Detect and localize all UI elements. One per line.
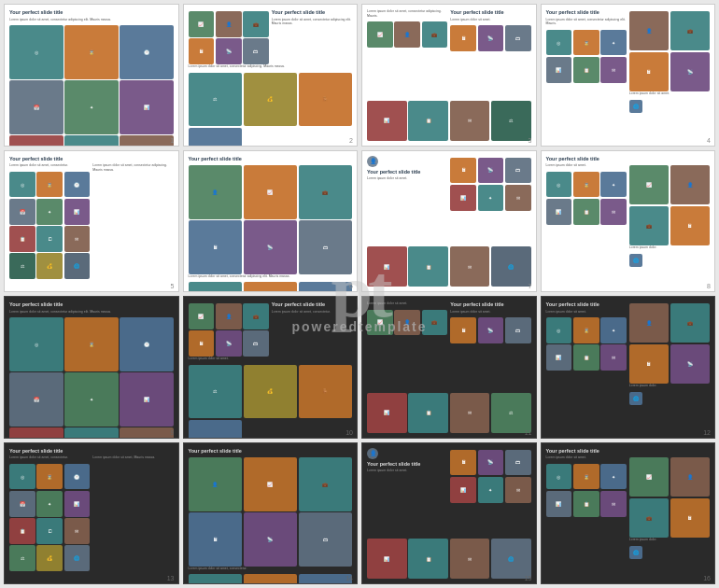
icon-box: ⚖ — [491, 393, 531, 433]
icon-box: 💼 — [422, 310, 448, 336]
slide-3-icons-left: 📈 👤 💼 — [367, 21, 447, 48]
slide-11-text-l: Lorem ipsum dolor sit amet. — [367, 301, 447, 306]
icon-box: ✦ — [64, 80, 119, 134]
icon-box: 🖩 — [450, 317, 476, 343]
icon-box: 👤 — [216, 11, 242, 37]
slide-12-title: Your perfect slide title — [546, 301, 627, 308]
slide-thumb-7[interactable]: 👤 Your perfect slide title Lorem ipsum d… — [361, 150, 537, 293]
slide-16-right: 📈 👤 💼 🖩 Lorem ipsum dolor. 🌐 — [629, 455, 710, 579]
slide-thumb-2[interactable]: 📈 👤 💼 🖩 📡 🗃 Your perfect slide title Lor… — [183, 4, 359, 147]
slide-8-title: Your perfect slide title — [546, 156, 711, 162]
icon-box: 🖩 — [629, 344, 669, 384]
slide-thumb-5[interactable]: Your perfect slide title Lorem ipsum dol… — [4, 150, 179, 293]
icon-box: 📋 — [408, 101, 448, 141]
icon-box: 💼 — [629, 206, 669, 245]
slide-2-mid-text: Lorem ipsum dolor sit amet, consectetur … — [189, 64, 353, 69]
slide-thumb-14[interactable]: Your perfect slide title 👤 📈 💼 🖩 📡 🗃 Lor… — [183, 442, 359, 585]
slide-thumb-16[interactable]: Your perfect slide title Lorem ipsum dol… — [541, 442, 716, 585]
icon-box: 👤 — [394, 21, 420, 48]
icon-box: 🗒 — [36, 226, 63, 252]
slide-15-title: Your perfect slide title — [367, 461, 447, 468]
icon-box: ⌛ — [244, 282, 298, 292]
slide-11-title: Your perfect slide title — [450, 301, 530, 308]
slide-3-number: 3 — [529, 137, 532, 144]
icon-box: ⚖ — [491, 101, 531, 141]
icon-box: 📈 — [367, 310, 393, 336]
slide-thumb-13[interactable]: Your perfect slide title Lorem ipsum dol… — [4, 442, 179, 585]
slide-10-text: Lorem ipsum dolor sit amet, consectetur. — [272, 310, 352, 315]
slide-11-left: Lorem ipsum dolor sit amet. 📈 👤 💼 — [367, 301, 447, 391]
slide-6-title: Your perfect slide title — [189, 156, 353, 162]
slide-thumb-11[interactable]: Lorem ipsum dolor sit amet. 📈 👤 💼 Your p… — [361, 296, 537, 439]
slide-11-icons-l: 📈 👤 💼 — [367, 310, 447, 336]
slide-thumb-8[interactable]: Your perfect slide title Lorem ipsum dol… — [541, 150, 716, 293]
icon-box: 👤 — [189, 165, 243, 219]
icon-box: 📋 — [573, 491, 599, 517]
icon-box: 💼 — [670, 11, 710, 50]
icon-box: 📋 — [408, 246, 448, 287]
slide-15-icons: 🖩 📡 🗃 📊 ✦ ✉ — [450, 450, 530, 503]
slide-8-right: 📈 👤 💼 🖩 Lorem ipsum dolor. 🌐 — [629, 163, 710, 287]
slide-thumb-10[interactable]: 📈 👤 💼 🖩 📡 🗃 Your perfect slide title Lor… — [183, 296, 359, 439]
slide-13-right-text: Lorem ipsum dolor sit amet, Mauris massa… — [92, 455, 173, 460]
icon-box: 🌐 — [189, 420, 243, 439]
slide-12-icons-r: 👤 💼 🖩 📡 — [629, 303, 710, 384]
slide-7-number: 7 — [529, 283, 532, 289]
slide-thumb-1[interactable]: Your perfect slide title Lorem ipsum dol… — [4, 4, 179, 147]
icon-box: 📋 — [573, 57, 599, 83]
icon-box: 🌐 — [64, 253, 91, 279]
icon-box: 📡 — [216, 38, 242, 64]
slide-16-icons-r: 📈 👤 💼 🖩 — [629, 457, 710, 538]
slide-thumb-9[interactable]: Your perfect slide title Lorem ipsum dol… — [4, 296, 179, 439]
icon-box: ✉ — [600, 344, 627, 371]
slide-1-icons: ◎ ⌛ 🕐 📅 ✦ 📊 📋 🗒 ✉ ⚖ 💰 🌐 — [9, 25, 174, 146]
icon-box: 📈 — [244, 165, 298, 219]
icon-box: ✉ — [450, 101, 490, 141]
icon-box: 📡 — [478, 450, 504, 476]
slide-8-icons-l: ◎ ⌛ ✦ 📊 📋 ✉ — [546, 172, 627, 225]
icon-box: 🖩 — [670, 206, 710, 245]
icon-box: ◎ — [189, 282, 243, 292]
slide-15-icons-bot: 📊 📋 ✉ 🌐 — [367, 539, 531, 579]
icon-box: ⚖ — [9, 545, 35, 571]
slide-12-icons-l: ◎ ⌛ ✦ 📊 📋 ✉ — [546, 317, 627, 371]
icon-box: 📊 — [64, 491, 91, 517]
icon-box: 📊 — [367, 539, 407, 579]
icon-box: 💼 — [629, 498, 669, 538]
icon-box: ✦ — [36, 491, 63, 517]
slide-3-left: Lorem ipsum dolor sit amet, consectetur … — [367, 9, 447, 99]
slide-15-left: 👤 Your perfect slide title Lorem ipsum d… — [367, 448, 447, 538]
slide-4-right-text: Lorem ipsum dolor sit amet. — [629, 91, 710, 96]
slide-7-right: 🖩 📡 🗃 📊 ✦ ✉ — [450, 156, 530, 245]
icon-box: 💰 — [36, 253, 63, 279]
icon-box: 📈 — [629, 165, 669, 204]
icon-box: 🗃 — [505, 317, 531, 343]
icon-box: ✉ — [600, 57, 627, 83]
icon-box: 🌐 — [491, 246, 531, 287]
icon-box: 🗒 — [36, 518, 63, 544]
slide-16-layout: Lorem ipsum dolor sit amet. ◎ ⌛ ✦ 📊 📋 ✉ … — [546, 455, 711, 579]
slide-2-icons-bottom: ⚖ 💰 🪑 🌐 — [189, 73, 353, 147]
slide-7-text: Lorem ipsum dolor sit amet. — [367, 176, 447, 181]
icon-box: 💼 — [299, 165, 353, 219]
slide-5-number: 5 — [171, 283, 175, 289]
slide-11-right: Your perfect slide title Lorem ipsum dol… — [450, 301, 530, 391]
slide-13-number: 13 — [167, 575, 175, 581]
icon-box: 📋 — [9, 518, 35, 544]
slide-9-number: 9 — [171, 429, 175, 436]
slide-thumb-4[interactable]: Your perfect slide title Lorem ipsum dol… — [541, 4, 716, 147]
icon-box: 💼 — [243, 11, 269, 37]
icon-box: 📋 — [9, 135, 63, 146]
slide-12-layout: Your perfect slide title Lorem ipsum dol… — [546, 301, 711, 433]
slide-10-left: 📈 👤 💼 🖩 📡 🗃 — [189, 301, 269, 357]
slide-thumb-6[interactable]: Your perfect slide title 👤 📈 💼 🖩 📡 🗃 Lor… — [183, 150, 359, 293]
slide-16-title: Your perfect slide title — [546, 448, 711, 455]
icon-box: 🪑 — [299, 73, 353, 127]
slide-thumb-3[interactable]: Lorem ipsum dolor sit amet, consectetur … — [361, 4, 537, 147]
slide-thumb-12[interactable]: Your perfect slide title Lorem ipsum dol… — [541, 296, 716, 439]
slide-thumb-15[interactable]: 👤 Your perfect slide title Lorem ipsum d… — [361, 442, 537, 585]
icon-box: ✉ — [600, 491, 627, 517]
icon-box: 📅 — [9, 199, 35, 225]
icon-box: ◎ — [9, 317, 63, 371]
slide-10-icons-bot: ⚖ 💰 🪑 🌐 — [189, 365, 353, 439]
